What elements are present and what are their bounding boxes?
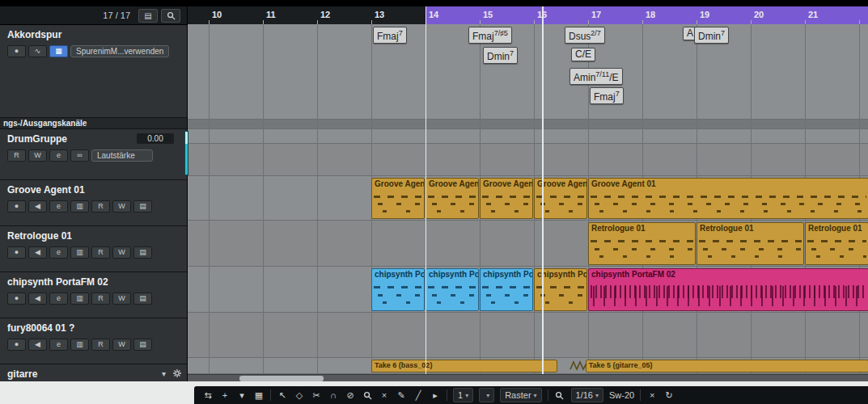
curve-icon[interactable]: ∿ xyxy=(28,45,47,57)
write-automation-button[interactable]: W xyxy=(112,292,131,305)
read-automation-button[interactable]: R xyxy=(91,246,110,259)
track-retrologue-01[interactable]: Retrologue 01●◀e▥RW▤ xyxy=(0,226,187,272)
clip-gitarre[interactable]: Take 6 (bass_02) xyxy=(371,360,557,372)
record-enable-button[interactable]: ● xyxy=(7,200,26,213)
clip-groove-agent[interactable]: Groove Agen xyxy=(426,178,479,219)
track-groove-agent-01[interactable]: Groove Agent 01●◀e▥RW▤ xyxy=(0,180,187,226)
chord-event[interactable]: Fmaj7 xyxy=(373,27,407,44)
group-e-button[interactable]: e xyxy=(49,149,68,162)
instrument-icon[interactable]: ▤ xyxy=(133,292,152,305)
chord-event[interactable]: Amin7/11/E xyxy=(569,68,623,85)
use-monitored-tracks-button[interactable]: SpurenimM...verwenden xyxy=(70,45,169,57)
edit-channel-button[interactable]: e xyxy=(49,339,68,351)
snap-type-menu[interactable]: ▾ xyxy=(479,388,494,402)
glue-tool[interactable]: ∩ xyxy=(328,389,339,402)
chord-event[interactable]: Fmaj7/♯5 xyxy=(468,27,512,44)
group-x-button[interactable]: ∞ xyxy=(70,149,89,162)
instrument-icon[interactable]: ▤ xyxy=(133,200,152,213)
fury-lane[interactable] xyxy=(188,313,868,358)
cycle-start-locator[interactable] xyxy=(426,6,426,374)
monitor-button[interactable]: ◀ xyxy=(28,200,47,213)
gear-icon[interactable] xyxy=(172,368,182,378)
track-list-menu-button[interactable]: ▤ xyxy=(138,9,158,23)
clip-retrologue[interactable]: Retrologue 01 xyxy=(588,222,696,265)
track-search-button[interactable] xyxy=(161,9,180,23)
track-gitarre[interactable]: gitarre ▾ xyxy=(0,364,187,381)
track-fury80064-01-[interactable]: fury80064 01 ?●◀e▥RW▤ xyxy=(0,318,187,364)
read-automation-button[interactable]: R xyxy=(91,200,110,213)
quantize-menu[interactable]: 1/16▾ xyxy=(571,388,603,402)
zoom-tool[interactable] xyxy=(362,389,373,402)
line-tool[interactable]: ╱ xyxy=(413,389,424,402)
monitor-button[interactable]: ◀ xyxy=(28,339,47,351)
read-automation-button[interactable]: R xyxy=(91,339,110,351)
arrange-grid[interactable]: Groove AgenGroove AgenGroove AgenGroove … xyxy=(188,24,868,374)
edit-channel-button[interactable]: e xyxy=(49,292,68,305)
clip-chipsynth[interactable]: chipsynth Po xyxy=(480,268,533,311)
monitor-button[interactable]: ◀ xyxy=(28,246,47,259)
edit-channel-button[interactable]: e xyxy=(49,246,68,259)
group-r-button[interactable]: R xyxy=(7,149,26,162)
collapse-chevron-icon[interactable]: ▾ xyxy=(162,369,166,378)
clip-chipsynth[interactable]: chipsynth Po xyxy=(426,268,479,311)
read-automation-button[interactable]: R xyxy=(91,292,110,305)
play-tool[interactable]: ▸ xyxy=(430,389,441,402)
color-menu[interactable]: 1▾ xyxy=(453,388,473,402)
chord-event[interactable]: Dmin7 xyxy=(694,27,729,44)
chord-pads-icon[interactable]: ▦ xyxy=(49,45,68,57)
chord-event[interactable]: Fmaj7 xyxy=(590,87,624,104)
close-icon[interactable]: × xyxy=(646,389,658,402)
auto-scroll-icon[interactable]: ⇆ xyxy=(202,389,214,402)
split-tool[interactable]: ✂ xyxy=(311,389,322,402)
meter-icon[interactable]: ▥ xyxy=(70,200,89,213)
clip-retrologue[interactable]: Retrologue 01 xyxy=(805,222,868,265)
io-channels-divider[interactable]: ngs-/Ausgangskanäle xyxy=(0,118,187,129)
meter-icon[interactable]: ▥ xyxy=(70,246,89,259)
track-drumgruppe[interactable]: DrumGruppe 0.00 RWe∞Lautstärke xyxy=(0,129,187,180)
crosshair-icon[interactable]: + xyxy=(219,389,231,402)
caret-icon[interactable]: ▾ xyxy=(236,389,248,402)
grid-type-menu[interactable]: Raster▾ xyxy=(500,388,541,402)
timeline-ruler[interactable]: 101112131415161718192021 xyxy=(188,6,868,25)
instrument-icon[interactable]: ▤ xyxy=(133,339,152,351)
chord-event[interactable]: Dmin7 xyxy=(483,47,518,64)
clip-retrologue[interactable]: Retrologue 01 xyxy=(697,222,804,265)
io-divider-lane[interactable] xyxy=(188,120,868,129)
meter-icon[interactable]: ▥ xyxy=(70,292,89,305)
edit-channel-button[interactable]: e xyxy=(49,200,68,213)
meter-icon[interactable]: ▥ xyxy=(70,339,89,351)
refresh-icon[interactable]: ↻ xyxy=(663,389,675,402)
group-w-button[interactable]: W xyxy=(28,149,47,162)
record-enable-button[interactable]: ● xyxy=(7,246,26,259)
track-akkordspur[interactable]: Akkordspur ● ∿ ▦ SpurenimM...verwenden xyxy=(0,25,187,118)
chord-event[interactable]: Dsus2/7 xyxy=(565,27,605,44)
draw-tool[interactable]: ✎ xyxy=(396,389,407,402)
fader-parameter-label[interactable]: Lautstärke xyxy=(91,149,153,162)
zoom-icon[interactable] xyxy=(554,389,565,402)
clip-chipsynth[interactable]: chipsynth PortaFM 02 xyxy=(588,268,868,311)
write-automation-button[interactable]: W xyxy=(112,200,131,213)
record-enable-button[interactable]: ● xyxy=(7,339,26,351)
range-selection-tool[interactable]: ◇ xyxy=(294,389,305,402)
monitor-button[interactable]: ◀ xyxy=(28,292,47,305)
clip-chipsynth[interactable]: chipsynth Po xyxy=(371,268,425,311)
instrument-icon[interactable]: ▤ xyxy=(133,246,152,259)
erase-tool[interactable]: ⊘ xyxy=(345,389,356,402)
onscreen-keyboard-icon[interactable]: ▦ xyxy=(253,389,265,402)
clip-groove-agent[interactable]: Groove Agen xyxy=(371,178,425,219)
object-selection-tool[interactable]: ↖ xyxy=(277,389,288,402)
write-automation-button[interactable]: W xyxy=(112,246,131,259)
clip-groove-agent[interactable]: Groove Agen xyxy=(480,178,533,219)
chord-track-lane[interactable] xyxy=(188,24,868,120)
drumgruppe-lane[interactable] xyxy=(188,144,868,176)
playhead[interactable] xyxy=(542,6,544,374)
clip-gitarre[interactable]: Take 5 (gitarre_05) xyxy=(586,360,868,372)
chord-event[interactable]: C/E xyxy=(571,48,595,61)
track-chipsynth-portafm-02[interactable]: chipsynth PortaFM 02●◀e▥RW▤ xyxy=(0,272,187,318)
group-lane-top[interactable] xyxy=(188,129,868,144)
volume-value[interactable]: 0.00 xyxy=(137,133,174,144)
write-automation-button[interactable]: W xyxy=(112,339,131,351)
mute-tool[interactable]: × xyxy=(379,389,390,402)
scrollbar-thumb[interactable] xyxy=(239,376,324,381)
record-enable-button[interactable]: ● xyxy=(7,45,26,57)
